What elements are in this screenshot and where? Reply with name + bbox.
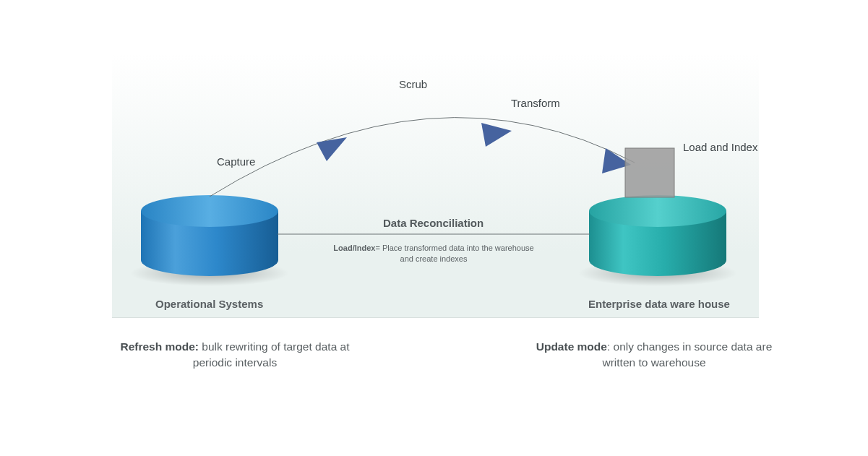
label-source-system: Operational Systems [155, 298, 263, 310]
label-load-index: Load and Index [683, 141, 757, 153]
diagram-panel [112, 54, 759, 318]
label-scrub: Scrub [399, 78, 427, 90]
caption-update: Update mode: only changes in source data… [535, 339, 773, 371]
caption-refresh: Refresh mode: bulk rewriting of target d… [116, 339, 354, 371]
label-capture: Capture [217, 155, 255, 168]
label-reconciliation: Data Reconciliation [383, 217, 484, 229]
label-transform: Transform [511, 97, 560, 109]
label-note: Load/Index= Place transformed data into … [329, 243, 538, 264]
label-target-system: Enterprise data ware house [588, 298, 730, 310]
